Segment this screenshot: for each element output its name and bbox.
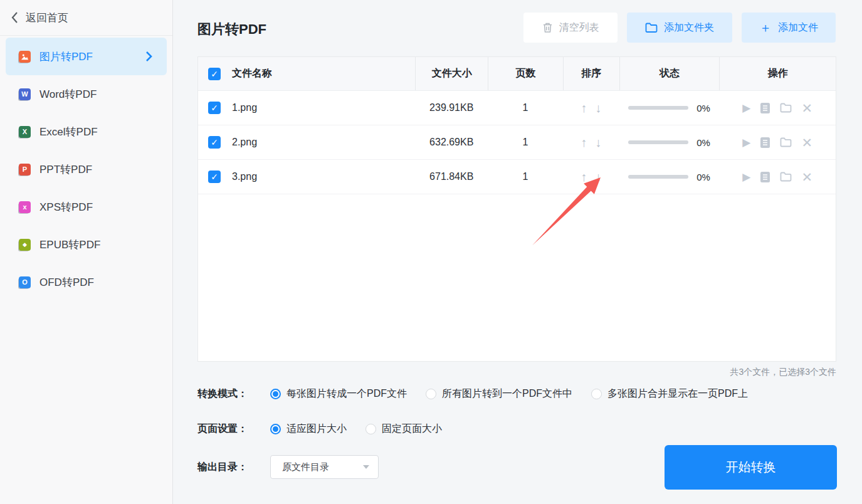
sort-down-icon[interactable]: ↓ xyxy=(595,171,601,183)
progress-bar xyxy=(628,140,688,144)
file-name: 3.png xyxy=(232,171,257,182)
open-folder-icon[interactable] xyxy=(780,172,792,182)
sidebar-item-label: Word转PDF xyxy=(39,87,97,102)
file-name: 2.png xyxy=(232,137,257,148)
file-size: 239.91KB xyxy=(415,102,488,113)
row-checkbox[interactable]: ✓ xyxy=(208,102,221,114)
table-header: ✓ 文件名称 文件大小 页数 排序 状态 操作 xyxy=(198,57,836,91)
trash-icon xyxy=(542,22,553,33)
output-directory-label: 输出目录： xyxy=(197,461,260,474)
file-pages: 1 xyxy=(488,137,563,148)
convert-play-icon[interactable]: ▶ xyxy=(742,136,750,149)
sidebar: 返回首页 图片转PDF W Word转PDF X Excel转PDF xyxy=(0,0,173,504)
add-folder-label: 添加文件夹 xyxy=(664,21,714,34)
image-to-pdf-icon xyxy=(19,51,31,63)
sidebar-item-label: EPUB转PDF xyxy=(39,238,100,252)
open-folder-icon[interactable] xyxy=(780,137,792,147)
sidebar-item-excel-to-pdf[interactable]: X Excel转PDF xyxy=(6,113,167,150)
back-to-home[interactable]: 返回首页 xyxy=(0,0,172,36)
sort-down-icon[interactable]: ↓ xyxy=(595,136,601,149)
add-file-label: 添加文件 xyxy=(778,21,818,34)
file-row-2: ✓ 2.png 632.69KB 1 ↑ ↓ 0% ▶ ✕ xyxy=(198,125,836,160)
back-label: 返回首页 xyxy=(26,11,68,25)
remove-file-icon[interactable]: ✕ xyxy=(801,136,812,149)
file-info-icon[interactable] xyxy=(760,137,770,149)
sort-up-icon[interactable]: ↑ xyxy=(581,102,587,114)
sidebar-item-word-to-pdf[interactable]: W Word转PDF xyxy=(6,75,167,113)
file-size: 671.84KB xyxy=(415,171,488,182)
output-directory-select[interactable]: 原文件目录 xyxy=(270,455,379,479)
ofd-icon: O xyxy=(19,276,31,288)
column-header-pages: 页数 xyxy=(488,57,563,90)
select-all-checkbox[interactable]: ✓ xyxy=(208,68,221,80)
sidebar-list: 图片转PDF W Word转PDF X Excel转PDF P PPT转PDF … xyxy=(0,36,172,301)
radio-label: 多张图片合并显示在一页PDF上 xyxy=(607,387,748,401)
start-convert-button[interactable]: 开始转换 xyxy=(665,445,837,490)
add-folder-button[interactable]: 添加文件夹 xyxy=(627,13,732,43)
sidebar-item-image-to-pdf[interactable]: 图片转PDF xyxy=(6,38,167,75)
file-table: ✓ 文件名称 文件大小 页数 排序 状态 操作 ✓ 1.png 239.91KB… xyxy=(197,56,836,362)
column-header-operations: 操作 xyxy=(719,57,836,90)
file-info-icon[interactable] xyxy=(760,102,770,114)
open-folder-icon[interactable] xyxy=(780,103,792,113)
clear-list-button[interactable]: 清空列表 xyxy=(523,13,618,43)
sidebar-item-epub-to-pdf[interactable]: ◆ EPUB转PDF xyxy=(6,226,167,263)
page-setting-row: 页面设置： 适应图片大小 固定页面大小 xyxy=(197,420,461,438)
progress-percent: 0% xyxy=(696,172,710,182)
radio-unselected-icon xyxy=(591,389,602,399)
toolbar: 清空列表 添加文件夹 ＋ 添加文件 xyxy=(523,13,836,43)
mode-option-merge-on-one-page[interactable]: 多张图片合并显示在一页PDF上 xyxy=(591,387,748,401)
file-name: 1.png xyxy=(232,102,257,113)
page-setting-label: 页面设置： xyxy=(197,423,260,436)
output-directory-row: 输出目录： 原文件目录 xyxy=(197,455,379,479)
radio-selected-icon xyxy=(270,424,281,434)
dropdown-caret-icon xyxy=(363,465,369,469)
radio-unselected-icon xyxy=(426,389,436,399)
sidebar-item-label: Excel转PDF xyxy=(39,125,98,139)
page-option-fit-image[interactable]: 适应图片大小 xyxy=(270,423,347,436)
convert-play-icon[interactable]: ▶ xyxy=(742,102,750,115)
sort-down-icon[interactable]: ↓ xyxy=(595,102,601,114)
column-header-size: 文件大小 xyxy=(415,57,488,90)
progress-bar xyxy=(628,106,688,110)
add-file-button[interactable]: ＋ 添加文件 xyxy=(742,13,836,43)
back-chevron-icon xyxy=(11,11,19,24)
word-icon: W xyxy=(19,88,31,100)
xps-icon: x xyxy=(19,201,31,213)
file-size: 632.69KB xyxy=(415,137,488,148)
mode-option-all-in-one-pdf[interactable]: 所有图片转到一个PDF文件中 xyxy=(426,387,572,401)
sort-up-icon[interactable]: ↑ xyxy=(581,171,587,183)
column-header-sort: 排序 xyxy=(563,57,619,90)
sidebar-item-ofd-to-pdf[interactable]: O OFD转PDF xyxy=(6,263,167,301)
file-row-3: ✓ 3.png 671.84KB 1 ↑ ↓ 0% ▶ ✕ xyxy=(198,160,836,194)
page-option-fixed-size[interactable]: 固定页面大小 xyxy=(365,423,442,436)
file-pages: 1 xyxy=(488,171,563,182)
conversion-mode-label: 转换模式： xyxy=(197,387,260,401)
sidebar-item-ppt-to-pdf[interactable]: P PPT转PDF xyxy=(6,150,167,188)
column-header-status: 状态 xyxy=(619,57,720,90)
epub-icon: ◆ xyxy=(19,239,31,251)
progress-percent: 0% xyxy=(696,137,710,148)
row-checkbox[interactable]: ✓ xyxy=(208,136,221,149)
radio-label: 每张图片转成一个PDF文件 xyxy=(286,387,407,401)
convert-play-icon[interactable]: ▶ xyxy=(742,171,750,184)
sidebar-item-label: OFD转PDF xyxy=(39,275,94,290)
row-checkbox[interactable]: ✓ xyxy=(208,171,221,183)
file-info-icon[interactable] xyxy=(760,171,770,183)
conversion-mode-row: 转换模式： 每张图片转成一个PDF文件 所有图片转到一个PDF文件中 多张图片合… xyxy=(197,385,767,402)
remove-file-icon[interactable]: ✕ xyxy=(801,171,812,184)
page-title: 图片转PDF xyxy=(197,20,266,39)
remove-file-icon[interactable]: ✕ xyxy=(801,102,812,115)
sidebar-item-label: XPS转PDF xyxy=(39,200,93,214)
progress-bar xyxy=(628,175,688,179)
mode-option-one-pdf-per-image[interactable]: 每张图片转成一个PDF文件 xyxy=(270,387,407,401)
selection-summary: 共3个文件，已选择3个文件 xyxy=(730,367,836,378)
file-pages: 1 xyxy=(488,102,563,113)
radio-unselected-icon xyxy=(365,424,376,434)
sort-up-icon[interactable]: ↑ xyxy=(581,136,587,149)
sidebar-item-xps-to-pdf[interactable]: x XPS转PDF xyxy=(6,188,167,226)
file-row-1: ✓ 1.png 239.91KB 1 ↑ ↓ 0% ▶ ✕ xyxy=(198,91,836,125)
output-directory-value: 原文件目录 xyxy=(282,461,329,473)
radio-label: 适应图片大小 xyxy=(286,423,347,436)
column-label: 文件名称 xyxy=(232,67,272,80)
